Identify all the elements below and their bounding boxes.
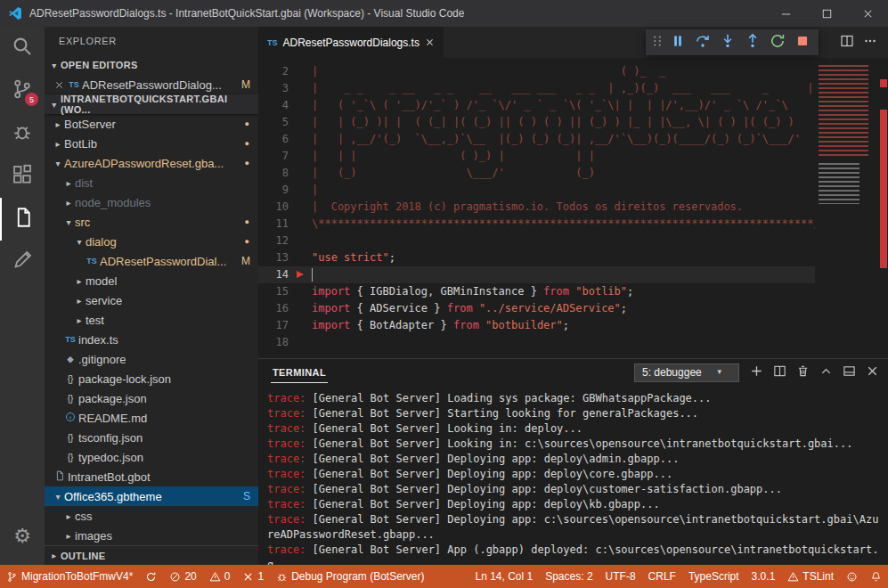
- tree-item-css[interactable]: ▸css: [45, 506, 258, 526]
- split-editor-button[interactable]: [840, 34, 854, 52]
- glyph-margin[interactable]: [292, 80, 312, 97]
- activity-item-search[interactable]: [0, 27, 45, 69]
- code-editor[interactable]: 2| ( )_ _ |3| _ _ _ __ _ _ __ ___ ___ _ …: [258, 58, 888, 358]
- tree-item-gitignore[interactable]: ◆.gitignore: [45, 349, 258, 369]
- activity-item-extensions[interactable]: [0, 155, 45, 198]
- status-warnings[interactable]: 0: [203, 565, 237, 588]
- status-eol[interactable]: CRLF: [642, 565, 682, 588]
- minimap[interactable]: [815, 58, 879, 358]
- terminal-plus-button[interactable]: [750, 364, 763, 381]
- chevron-right-icon[interactable]: ▸: [62, 531, 75, 541]
- tree-item-tsconfig-json[interactable]: {}tsconfig.json: [45, 428, 258, 447]
- step-into-button[interactable]: [716, 31, 739, 54]
- chevron-right-icon[interactable]: ▸: [62, 198, 75, 208]
- tree-item-office365-gbtheme[interactable]: ▾Office365.gbthemeS: [45, 486, 258, 506]
- status-tool-count[interactable]: 1: [236, 565, 270, 588]
- terminal-panel-button[interactable]: [843, 364, 856, 381]
- terminal-trash-button[interactable]: [796, 364, 810, 381]
- terminal-output[interactable]: trace: [General Bot Server] Loading sys …: [258, 386, 888, 565]
- chevron-right-icon[interactable]: ▸: [73, 315, 86, 325]
- chevron-down-icon[interactable]: ▾: [73, 237, 86, 247]
- chevron-right-icon[interactable]: ▸: [73, 296, 86, 306]
- glyph-margin[interactable]: [292, 300, 312, 317]
- tree-item-images[interactable]: ▸images: [45, 526, 258, 545]
- chevron-down-icon[interactable]: ▾: [52, 159, 64, 168]
- restart-button[interactable]: [766, 31, 789, 54]
- tree-item-readme-md[interactable]: README.md: [45, 408, 258, 428]
- glyph-margin[interactable]: [292, 199, 312, 216]
- status-feedback[interactable]: [840, 565, 864, 588]
- debug-toolbar-drag-handle[interactable]: [650, 31, 664, 54]
- tree-item-service[interactable]: ▸service: [45, 290, 258, 310]
- status-encoding[interactable]: UTF-8: [599, 565, 642, 588]
- chevron-down-icon[interactable]: ▾: [52, 492, 64, 502]
- glyph-margin[interactable]: [292, 131, 312, 148]
- tree-item-botserver[interactable]: ▸BotServer●: [45, 114, 258, 134]
- chevron-down-icon[interactable]: ▾: [62, 217, 75, 227]
- tree-item-node-modules[interactable]: ▸node_modules: [45, 192, 258, 212]
- status-debug-session[interactable]: Debug Program (BotServer): [270, 565, 430, 588]
- tree-item-dist[interactable]: ▸dist: [45, 173, 258, 192]
- activity-item-gear[interactable]: ⚙: [0, 515, 45, 558]
- status-tslint-status[interactable]: TSLint: [781, 565, 840, 588]
- glyph-margin[interactable]: [292, 266, 312, 283]
- overview-ruler[interactable]: [879, 58, 888, 358]
- tree-item-azureadpasswordreset-gba[interactable]: ▾AzureADPasswordReset.gba...●: [45, 153, 258, 173]
- tree-item-model[interactable]: ▸model: [45, 271, 258, 290]
- chevron-right-icon[interactable]: ▸: [52, 119, 64, 129]
- glyph-margin[interactable]: [292, 233, 312, 249]
- tree-item-adresetpassworddial[interactable]: TSADResetPasswordDial...M: [45, 251, 258, 271]
- pause-button[interactable]: [666, 31, 689, 54]
- activity-item-source-control[interactable]: 5: [0, 69, 45, 112]
- tree-item-index-ts[interactable]: TSindex.ts: [45, 330, 258, 349]
- glyph-margin[interactable]: [292, 114, 312, 131]
- status-ts-version[interactable]: 3.0.1: [745, 565, 782, 588]
- activity-item-edit[interactable]: [0, 241, 45, 283]
- terminal-split-editor-button[interactable]: [773, 364, 786, 381]
- open-editors-header[interactable]: ▾ OPEN EDITORS: [45, 55, 258, 75]
- chevron-right-icon[interactable]: ▸: [62, 511, 75, 521]
- tree-item-src[interactable]: ▾src●: [45, 212, 258, 232]
- open-editor-adresetpassworddialog[interactable]: TSADResetPasswordDialog...M: [45, 75, 258, 94]
- glyph-margin[interactable]: [292, 165, 312, 182]
- step-over-button[interactable]: [691, 31, 714, 54]
- tab-close-icon[interactable]: [425, 37, 435, 47]
- status-language-mode[interactable]: TypeScript: [682, 565, 745, 588]
- status-indentation[interactable]: Spaces: 2: [539, 565, 599, 588]
- outline-header[interactable]: ▸ OUTLINE: [45, 545, 258, 565]
- glyph-margin[interactable]: [292, 317, 312, 334]
- workspace-header[interactable]: ▾ INTRANETBOTQUICKSTART.GBAI (WO...: [45, 94, 258, 114]
- chevron-right-icon[interactable]: ▸: [73, 276, 86, 286]
- tree-item-dialog[interactable]: ▾dialog●: [45, 232, 258, 251]
- activity-item-files[interactable]: [0, 198, 45, 241]
- stop-button[interactable]: [791, 31, 814, 54]
- terminal-tab[interactable]: TERMINAL: [271, 362, 328, 383]
- tab-adresetpassworddialogs[interactable]: TS ADResetPasswordDialogs.ts: [258, 27, 444, 58]
- tree-item-package-lock-json[interactable]: {}package-lock.json: [45, 369, 258, 388]
- glyph-margin[interactable]: [292, 283, 312, 300]
- status-git-branch[interactable]: MigrationToBotFmwV4*: [0, 565, 139, 588]
- maximize-button[interactable]: [806, 0, 847, 27]
- close-editor-icon[interactable]: [52, 80, 66, 90]
- glyph-margin[interactable]: [292, 182, 312, 199]
- tree-item-intranetbot-gbot[interactable]: IntranetBot.gbot: [45, 467, 258, 486]
- glyph-margin[interactable]: [292, 148, 312, 165]
- step-out-button[interactable]: [741, 31, 764, 54]
- status-cursor-position[interactable]: Ln 14, Col 1: [468, 565, 539, 588]
- status-errors[interactable]: 20: [163, 565, 202, 588]
- status-sync[interactable]: [139, 565, 163, 588]
- tree-item-botlib[interactable]: ▸BotLib●: [45, 134, 258, 153]
- tree-item-typedoc-json[interactable]: {}typedoc.json: [45, 447, 258, 467]
- terminal-selector[interactable]: 5: debuggee ▼: [634, 363, 739, 382]
- chevron-right-icon[interactable]: ▸: [62, 178, 75, 188]
- terminal-chevron-up-button[interactable]: [819, 364, 833, 381]
- glyph-margin[interactable]: [292, 63, 312, 80]
- close-button[interactable]: [847, 0, 888, 27]
- terminal-close-button[interactable]: [866, 364, 879, 381]
- glyph-margin[interactable]: [292, 334, 312, 351]
- minimize-button[interactable]: [765, 0, 806, 27]
- glyph-margin[interactable]: [292, 216, 312, 233]
- activity-item-debug[interactable]: [0, 112, 45, 155]
- status-notifications[interactable]: [864, 565, 888, 588]
- glyph-margin[interactable]: [292, 249, 312, 266]
